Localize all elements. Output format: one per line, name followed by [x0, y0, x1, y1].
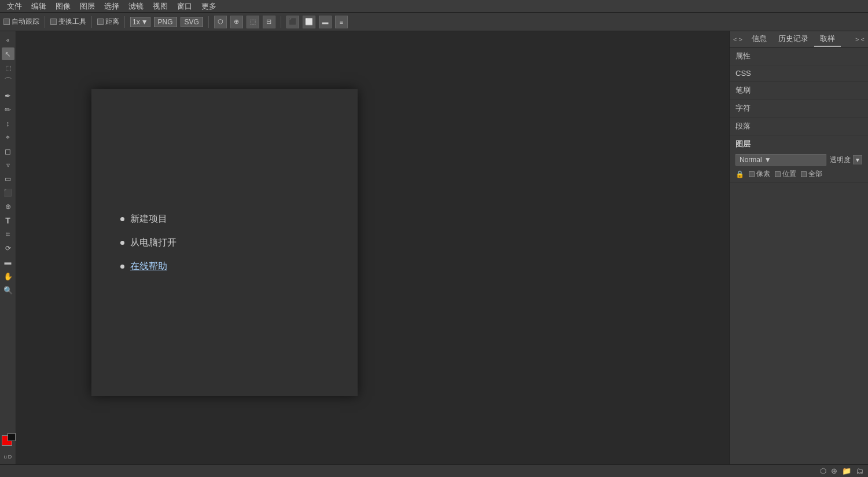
canvas-area[interactable]: 新建项目 从电脑打开 在线帮助 [16, 31, 729, 464]
gradient-tool[interactable]: ⬛ [2, 186, 14, 199]
online-help-link[interactable]: 在线帮助 [130, 260, 167, 273]
all-checkbox[interactable] [801, 171, 807, 177]
blend-mode-dropdown[interactable]: Normal ▼ [735, 154, 826, 166]
opacity-label: 透明度 [830, 155, 851, 165]
statusbar: ⬡ ⊕ 📁 🗂 [0, 464, 868, 477]
distance-label: 距离 [105, 17, 119, 27]
position-label: 位置 [782, 169, 796, 179]
collapse-left-btn[interactable]: « [2, 34, 14, 46]
align-btn1[interactable]: ⬛ [286, 16, 299, 28]
menu-image[interactable]: 图像 [51, 0, 75, 12]
status-icon1[interactable]: ⬡ [820, 467, 826, 475]
transform-checkbox[interactable] [50, 19, 57, 25]
blend-mode-value: Normal [740, 156, 762, 164]
tab-sample[interactable]: 取样 [814, 31, 841, 47]
align-btn4[interactable]: ≡ [335, 16, 348, 28]
transform-item: 变换工具 [50, 17, 86, 27]
menubar: 文件 编辑 图像 图层 选择 滤镜 视图 窗口 更多 [0, 0, 868, 13]
section-brush[interactable]: 笔刷 [730, 82, 868, 100]
eraser-tool[interactable]: ◻ [2, 145, 14, 157]
new-project-item[interactable]: 新建项目 [120, 213, 358, 225]
magnify-tool[interactable]: 🔍 [2, 284, 14, 296]
brush-tool[interactable]: ✏ [2, 103, 14, 116]
blend-dropdown-arrow: ▼ [764, 156, 771, 164]
toolbar: 自动跟踪 变换工具 距离 1x ▼ PNG SVG ⬡ ⊕ ⬚ ⊟ ⬛ ⬜ ▬ … [0, 13, 868, 31]
menu-window[interactable]: 窗口 [172, 0, 197, 12]
lasso-tool[interactable]: ⌒ [2, 75, 14, 88]
export-btn2[interactable]: ⊕ [230, 16, 243, 28]
status-icon4[interactable]: 🗂 [856, 467, 863, 475]
scale-arrow: ▼ [141, 18, 148, 26]
export-btn3[interactable]: ⬚ [247, 16, 259, 28]
sep1 [45, 16, 45, 28]
opacity-controls: 透明度 ▼ [830, 155, 862, 165]
pixels-checkbox[interactable] [749, 171, 755, 177]
select-tool[interactable]: ↖ [2, 47, 14, 60]
paint-bucket-tool[interactable]: ▿ [2, 159, 14, 171]
auto-trace-label: 自动跟踪 [12, 17, 39, 27]
scale-dropdown[interactable]: 1x ▼ [130, 17, 150, 27]
distance-item: 距离 [97, 17, 119, 27]
new-project-label: 新建项目 [130, 213, 167, 225]
panel-expand-btn[interactable]: > < [852, 36, 868, 43]
swatch-wrapper [2, 435, 14, 448]
png-button[interactable]: PNG [154, 17, 177, 27]
hand-tool[interactable]: ✋ [2, 270, 14, 282]
section-character[interactable]: 字符 [730, 100, 868, 118]
status-icon2[interactable]: ⊕ [831, 467, 837, 475]
check-pixels[interactable]: 像素 [749, 169, 770, 179]
layers-header: 图层 [735, 139, 862, 149]
open-from-pc-item[interactable]: 从电脑打开 [120, 237, 358, 249]
opacity-arrow-btn[interactable]: ▼ [853, 155, 862, 164]
menu-edit[interactable]: 编辑 [27, 0, 51, 12]
section-paragraph[interactable]: 段落 [730, 118, 868, 135]
zoom-tool[interactable]: ⊕ [2, 200, 14, 213]
section-properties[interactable]: 属性 [730, 47, 868, 65]
pipette-tool[interactable]: ⌗ [2, 228, 14, 241]
text-tool[interactable]: T [2, 214, 14, 227]
bullet2 [120, 241, 124, 245]
align-btn2[interactable]: ⬜ [303, 16, 315, 28]
status-icon3[interactable]: 📁 [842, 467, 851, 475]
align-btn3[interactable]: ▬ [319, 16, 332, 28]
canvas-content: 新建项目 从电脑打开 在线帮助 [91, 89, 358, 396]
online-help-item[interactable]: 在线帮助 [120, 260, 358, 273]
position-checkbox[interactable] [775, 171, 781, 177]
menu-select[interactable]: 选择 [100, 0, 124, 12]
tab-info[interactable]: 信息 [746, 31, 773, 47]
menu-filter[interactable]: 滤镜 [124, 0, 148, 12]
transform-tool[interactable]: ⟳ [2, 242, 14, 255]
rect-select-tool[interactable]: ⬚ [2, 61, 14, 74]
panel-collapse-btn[interactable]: < > [730, 36, 746, 43]
left-toolbar: « ↖ ⬚ ⌒ ✒ ✏ ↕ ⌖ ◻ ▿ ▭ ⬛ ⊕ T ⌗ ⟳ ▬ ✋ 🔍 u … [0, 31, 16, 464]
color-swatches: u D [2, 435, 14, 462]
background-color[interactable] [8, 433, 16, 441]
transform-label: 变换工具 [58, 17, 86, 27]
sep2 [91, 16, 92, 28]
svg-button[interactable]: SVG [181, 17, 203, 27]
check-position[interactable]: 位置 [775, 169, 796, 179]
auto-trace-checkbox[interactable] [3, 19, 10, 25]
tab-history[interactable]: 历史记录 [773, 31, 814, 47]
bg-label: D [8, 454, 12, 460]
pixels-label: 像素 [756, 169, 770, 179]
canvas-container: 新建项目 从电脑打开 在线帮助 [91, 89, 358, 396]
shape-tool[interactable]: ▬ [2, 256, 14, 269]
export-btn4[interactable]: ⊟ [263, 16, 275, 28]
distance-checkbox[interactable] [97, 19, 104, 25]
adjust-tool[interactable]: ↕ [2, 117, 14, 130]
menu-view[interactable]: 视图 [148, 0, 172, 12]
pen-tool[interactable]: ✒ [2, 89, 14, 102]
layers-lock-row: 🔒 像素 位置 全部 [735, 169, 862, 179]
rect-tool[interactable]: ▭ [2, 173, 14, 185]
menu-layer[interactable]: 图层 [75, 0, 100, 12]
check-all[interactable]: 全部 [801, 169, 822, 179]
menu-more[interactable]: 更多 [197, 0, 221, 12]
right-panel: < > 信息 历史记录 取样 > < 属性 CSS 笔刷 字符 段落 图层 No… [729, 31, 868, 464]
eyedropper-tool[interactable]: ⌖ [2, 131, 14, 144]
export-btn1[interactable]: ⬡ [214, 16, 227, 28]
lock-icon: 🔒 [735, 170, 744, 178]
color-labels: u D [4, 454, 12, 460]
section-css[interactable]: CSS [730, 65, 868, 82]
menu-file[interactable]: 文件 [2, 0, 27, 12]
